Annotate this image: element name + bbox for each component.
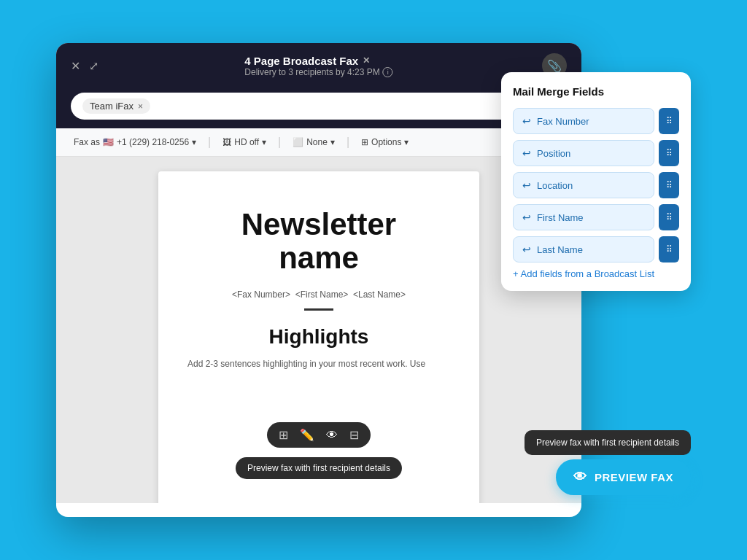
title-close-icon[interactable]: ✕ [363,55,370,66]
highlights-text: Add 2-3 sentences highlighting in your m… [187,357,450,370]
recipient-input[interactable]: Team iFax × [71,93,535,120]
merge-field-first-name[interactable]: ↩ First Name [513,204,654,230]
fax-fields-line: <Fax Number> <First Name> <Last Name> [187,289,450,300]
panel-title: Mail Merge Fields [513,85,679,98]
options-selector[interactable]: ⊞ Options ▾ [355,134,414,150]
attachment-icon: 📎 [547,59,562,73]
divider1: | [208,136,211,149]
close-icon[interactable]: ✕ [71,59,80,73]
fax-as-label: Fax as [74,137,100,147]
hd-icon: 🖼 [222,137,231,147]
merge-field-fax-number[interactable]: ↩ Fax Number [513,108,654,134]
options-label: Options [371,137,401,147]
tag-label: Team iFax [90,101,133,112]
hd-selector[interactable]: 🖼 HD off ▾ [217,134,272,150]
resize-icon[interactable]: ⤢ [89,59,98,73]
highlights-title: Highlights [187,325,450,349]
dropdown-arrow-fax: ▾ [192,137,196,147]
floating-tooltip: Preview fax with first recipient details [236,457,402,479]
preview-tooltip: Preview fax with first recipient details [525,430,691,455]
fax-as-selector[interactable]: Fax as 🇺🇸 +1 (229) 218-0256 ▾ [68,134,202,150]
dropdown-arrow-hd: ▾ [262,137,266,147]
merge-field-location[interactable]: ↩ Location [513,172,654,198]
dropdown-arrow-options: ▾ [404,137,409,147]
merge-icon-location: ↩ [522,179,531,191]
merge-icon-fax: ↩ [522,115,531,127]
preview-eye-icon: 👁 [573,470,587,485]
floating-toolbar: ⊞ ✏️ 👁 ⊟ [267,422,371,448]
none-selector[interactable]: ⬜ None ▾ [287,134,341,150]
add-fields-link[interactable]: + Add fields from a Broadcast List [513,268,679,279]
recipient-tag: Team iFax × [82,98,150,114]
document-page: Newsletter name <Fax Number> <First Name… [158,171,479,503]
floating-grid-icon[interactable]: ⊟ [349,428,359,442]
phone-number: +1 (229) 218-0256 [117,137,189,147]
header-center: 4 Page Broadcast Fax ✕ Delivery to 3 rec… [244,55,392,77]
merge-icon-firstname: ↩ [522,211,531,223]
grid-icon: ⊞ [361,137,368,147]
preview-fax-label: PREVIEW FAX [595,471,673,483]
none-label: None [306,137,328,147]
none-icon: ⬜ [293,137,303,147]
drag-handle-firstname[interactable]: ⠿ [659,204,679,230]
tag-close-icon[interactable]: × [138,101,143,112]
divider3: | [347,136,349,149]
window-title: 4 Page Broadcast Fax ✕ [244,55,392,67]
merge-field-row-firstname: ↩ First Name ⠿ [513,204,679,230]
info-icon[interactable]: i [383,67,393,77]
merge-icon-lastname: ↩ [522,244,531,255]
drag-handle-lastname[interactable]: ⠿ [659,236,679,262]
drag-handle-fax[interactable]: ⠿ [659,108,679,134]
drag-handle-position[interactable]: ⠿ [659,140,679,166]
header-subtitle: Delivery to 3 recipients by 4:23 PM i [244,67,392,77]
floating-delete-icon[interactable]: ⊞ [279,428,288,442]
merge-field-position[interactable]: ↩ Position [513,140,654,166]
floating-preview-icon[interactable]: 👁 [326,429,338,442]
floating-edit-icon[interactable]: ✏️ [300,428,314,442]
merge-field-row-location: ↩ Location ⠿ [513,172,679,198]
merge-field-row-position: ↩ Position ⠿ [513,140,679,166]
divider2: | [278,136,281,149]
merge-field-row-fax: ↩ Fax Number ⠿ [513,108,679,134]
mail-merge-panel: Mail Merge Fields ↩ Fax Number ⠿ ↩ Posit… [501,72,691,291]
merge-field-row-lastname: ↩ Last Name ⠿ [513,236,679,262]
dropdown-arrow-none: ▾ [330,137,335,147]
preview-fax-button[interactable]: 👁 PREVIEW FAX [556,459,691,495]
hd-label: HD off [234,137,259,147]
flag-icon: 🇺🇸 [103,137,114,147]
drag-handle-location[interactable]: ⠿ [659,172,679,198]
merge-field-last-name[interactable]: ↩ Last Name [513,236,654,262]
newsletter-title: Newsletter name [187,208,450,275]
merge-icon-position: ↩ [522,147,531,159]
section-divider [304,308,333,311]
